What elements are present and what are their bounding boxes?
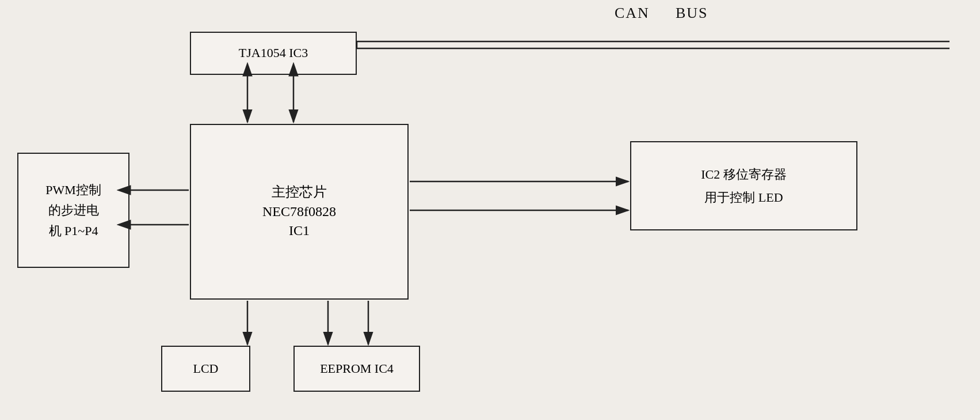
lcd-box: LCD xyxy=(161,346,250,392)
eeprom-box: EEPROM IC4 xyxy=(293,346,420,392)
pwm-line2: 的步进电 xyxy=(48,200,99,220)
tja1054-label: TJA1054 IC3 xyxy=(239,44,308,62)
pwm-box: PWM控制 的步进电 机 P1~P4 xyxy=(17,153,129,268)
block-diagram: CAN BUS TJA1054 IC3 主控芯片 NEC78f0828 IC1 … xyxy=(0,0,980,420)
can-label: CAN xyxy=(615,5,650,22)
ic2-line2: 用于控制 LED xyxy=(704,186,783,209)
main-chip-box: 主控芯片 NEC78f0828 IC1 xyxy=(190,124,409,300)
main-chip-line3: IC1 xyxy=(289,221,310,241)
pwm-line3: 机 P1~P4 xyxy=(49,221,98,241)
tja1054-box: TJA1054 IC3 xyxy=(190,32,357,75)
main-chip-line2: NEC78f0828 xyxy=(262,202,336,222)
pwm-line1: PWM控制 xyxy=(45,180,101,200)
ic2-box: IC2 移位寄存器 用于控制 LED xyxy=(630,141,857,230)
lcd-label: LCD xyxy=(193,360,219,378)
bus-label: BUS xyxy=(676,5,708,22)
eeprom-label: EEPROM IC4 xyxy=(320,360,394,378)
main-chip-line1: 主控芯片 xyxy=(272,183,327,202)
ic2-line1: IC2 移位寄存器 xyxy=(701,163,787,186)
